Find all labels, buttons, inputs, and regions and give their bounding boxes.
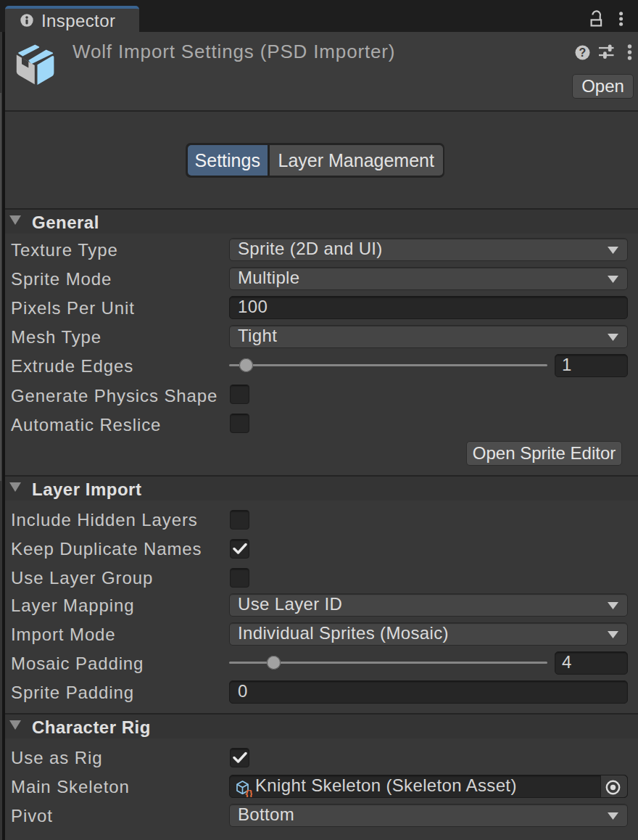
svg-text:?: ? xyxy=(579,46,587,59)
svg-text:{}: {} xyxy=(245,788,252,797)
